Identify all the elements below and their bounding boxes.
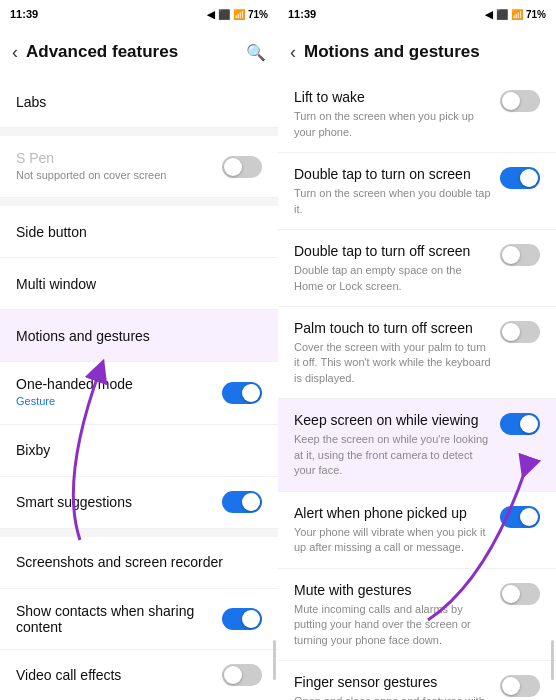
setting-title-labs: Labs xyxy=(16,94,262,110)
toggle-mute-gestures[interactable] xyxy=(500,583,540,605)
setting-item-double-tap-off[interactable]: Double tap to turn off screen Double tap… xyxy=(278,230,556,307)
setting-item-finger-sensor[interactable]: Finger sensor gestures Open and close ap… xyxy=(278,661,556,700)
setting-item-one-handed[interactable]: One-handed mode Gesture xyxy=(0,362,278,424)
setting-item-side-button[interactable]: Side button xyxy=(0,206,278,258)
setting-item-video-call[interactable]: Video call effects xyxy=(0,650,278,700)
setting-desc-keep-screen-on: Keep the screen on while you're looking … xyxy=(294,432,492,478)
setting-item-alert-pickup[interactable]: Alert when phone picked up Your phone wi… xyxy=(278,492,556,569)
setting-item-keep-screen-on[interactable]: Keep screen on while viewing Keep the sc… xyxy=(278,399,556,491)
divider-labs xyxy=(0,128,278,136)
setting-title-one-handed: One-handed mode xyxy=(16,376,222,392)
scroll-indicator-left xyxy=(273,640,276,680)
toggle-double-tap-on[interactable] xyxy=(500,167,540,189)
setting-item-smart-suggestions[interactable]: Smart suggestions xyxy=(0,477,278,529)
setting-desc-finger-sensor: Open and close apps and features with th… xyxy=(294,694,492,700)
setting-title-side-button: Side button xyxy=(16,224,262,240)
setting-title-keep-screen-on: Keep screen on while viewing xyxy=(294,411,492,429)
status-bar-left: 11:39 ◀ ⬛ 📶 71% xyxy=(0,0,278,28)
setting-desc-alert-pickup: Your phone will vibrate when you pick it… xyxy=(294,525,492,556)
setting-title-smart-suggestions: Smart suggestions xyxy=(16,494,222,510)
setting-title-multi-window: Multi window xyxy=(16,276,262,292)
toggle-show-contacts[interactable] xyxy=(222,608,262,630)
setting-item-screenshots[interactable]: Screenshots and screen recorder xyxy=(0,537,278,589)
setting-title-motions-gestures: Motions and gestures xyxy=(16,328,262,344)
scroll-indicator-right xyxy=(551,640,554,680)
setting-item-multi-window[interactable]: Multi window xyxy=(0,258,278,310)
setting-title-screenshots: Screenshots and screen recorder xyxy=(16,554,262,570)
toggle-video-call[interactable] xyxy=(222,664,262,686)
status-icons-right: ◀ ⬛ 📶 71% xyxy=(485,9,546,20)
toggle-alert-pickup[interactable] xyxy=(500,506,540,528)
header-right: ‹ Motions and gestures xyxy=(278,28,556,76)
setting-title-bixby: Bixby xyxy=(16,442,262,458)
setting-item-palm-touch[interactable]: Palm touch to turn off screen Cover the … xyxy=(278,307,556,399)
setting-subtitle-one-handed: Gesture xyxy=(16,394,222,409)
setting-desc-lift-to-wake: Turn on the screen when you pick up your… xyxy=(294,109,492,140)
left-panel: 11:39 ◀ ⬛ 📶 71% ‹ Advanced features 🔍 La… xyxy=(0,0,278,700)
setting-item-bixby[interactable]: Bixby xyxy=(0,425,278,477)
setting-item-mute-gestures[interactable]: Mute with gestures Mute incoming calls a… xyxy=(278,569,556,661)
right-panel: 11:39 ◀ ⬛ 📶 71% ‹ Motions and gestures L… xyxy=(278,0,556,700)
setting-title-finger-sensor: Finger sensor gestures xyxy=(294,673,492,691)
setting-title-double-tap-on: Double tap to turn on screen xyxy=(294,165,492,183)
toggle-finger-sensor[interactable] xyxy=(500,675,540,697)
toggle-smart-suggestions[interactable] xyxy=(222,491,262,513)
back-icon-left[interactable]: ‹ xyxy=(12,42,18,63)
setting-desc-double-tap-off: Double tap an empty space on the Home or… xyxy=(294,263,492,294)
divider-screenshots xyxy=(0,529,278,537)
setting-title-show-contacts: Show contacts when sharing content xyxy=(16,603,222,635)
toggle-double-tap-off[interactable] xyxy=(500,244,540,266)
status-bar-right: 11:39 ◀ ⬛ 📶 71% xyxy=(278,0,556,28)
header-left: ‹ Advanced features 🔍 xyxy=(0,28,278,76)
setting-title-alert-pickup: Alert when phone picked up xyxy=(294,504,492,522)
setting-title-double-tap-off: Double tap to turn off screen xyxy=(294,242,492,260)
setting-item-lift-to-wake[interactable]: Lift to wake Turn on the screen when you… xyxy=(278,76,556,153)
setting-item-s-pen[interactable]: S Pen Not supported on cover screen xyxy=(0,136,278,198)
setting-desc-palm-touch: Cover the screen with your palm to turn … xyxy=(294,340,492,386)
toggle-one-handed[interactable] xyxy=(222,382,262,404)
setting-subtitle-s-pen: Not supported on cover screen xyxy=(16,168,222,183)
back-icon-right[interactable]: ‹ xyxy=(290,42,296,63)
settings-list-left: Labs S Pen Not supported on cover screen… xyxy=(0,76,278,700)
setting-desc-mute-gestures: Mute incoming calls and alarms by puttin… xyxy=(294,602,492,648)
toggle-lift-to-wake[interactable] xyxy=(500,90,540,112)
time-right: 11:39 xyxy=(288,8,316,20)
page-title-left: Advanced features xyxy=(26,42,246,62)
page-title-right: Motions and gestures xyxy=(304,42,544,62)
toggle-keep-screen-on[interactable] xyxy=(500,413,540,435)
setting-item-show-contacts[interactable]: Show contacts when sharing content xyxy=(0,589,278,650)
setting-title-video-call: Video call effects xyxy=(16,667,222,683)
setting-item-labs[interactable]: Labs xyxy=(0,76,278,128)
time-left: 11:39 xyxy=(10,8,38,20)
setting-desc-double-tap-on: Turn on the screen when you double tap i… xyxy=(294,186,492,217)
setting-item-double-tap-on[interactable]: Double tap to turn on screen Turn on the… xyxy=(278,153,556,230)
toggle-s-pen[interactable] xyxy=(222,156,262,178)
divider-s-pen xyxy=(0,198,278,206)
settings-list-right: Lift to wake Turn on the screen when you… xyxy=(278,76,556,700)
status-icons-left: ◀ ⬛ 📶 71% xyxy=(207,9,268,20)
toggle-palm-touch[interactable] xyxy=(500,321,540,343)
setting-title-mute-gestures: Mute with gestures xyxy=(294,581,492,599)
setting-item-motions-gestures[interactable]: Motions and gestures xyxy=(0,310,278,362)
setting-title-palm-touch: Palm touch to turn off screen xyxy=(294,319,492,337)
setting-title-s-pen: S Pen xyxy=(16,150,222,166)
search-icon-left[interactable]: 🔍 xyxy=(246,43,266,62)
setting-title-lift-to-wake: Lift to wake xyxy=(294,88,492,106)
